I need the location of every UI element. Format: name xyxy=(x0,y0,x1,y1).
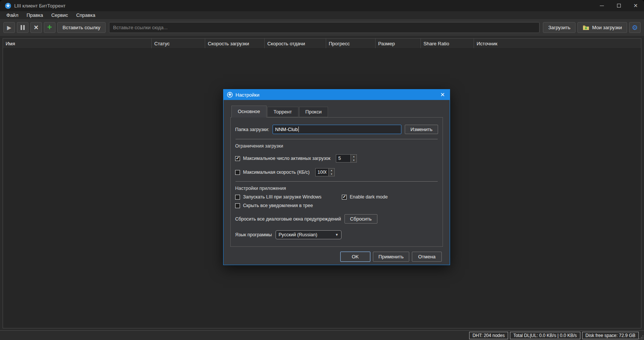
spinner-up-icon[interactable]: ▲ xyxy=(351,155,356,158)
resize-grip[interactable] xyxy=(639,335,644,340)
maximize-icon xyxy=(617,4,621,7)
reset-warnings-button[interactable]: Сбросить xyxy=(344,214,377,224)
hide-tray-notifications-label: Скрыть все уведомления в трее xyxy=(243,203,313,208)
column-header-size[interactable]: Размер xyxy=(376,39,421,48)
menu-edit[interactable]: Правка xyxy=(22,12,47,19)
max-speed-checkbox[interactable] xyxy=(235,170,240,175)
column-header-source[interactable]: Источник xyxy=(474,39,641,48)
max-speed-label: Максимальная скорость (КБ/с) xyxy=(243,170,310,175)
minimize-icon xyxy=(600,6,604,6)
dialog-title: Настройки xyxy=(236,92,435,98)
download-button[interactable]: Загрузить xyxy=(543,22,575,33)
resume-button[interactable]: ▶ xyxy=(3,22,15,33)
app-logo-icon xyxy=(5,3,11,9)
autostart-label: Запускать LIII при загрузке Windows xyxy=(243,194,322,200)
menu-help[interactable]: Справка xyxy=(72,12,99,19)
cancel-button[interactable]: Отмена xyxy=(412,252,442,262)
tab-general[interactable]: Основное xyxy=(231,106,267,118)
settings-dialog: Настройки ✕ Основное Торрент Прокси Папк… xyxy=(223,89,450,265)
dialog-close-button[interactable]: ✕ xyxy=(435,89,450,100)
close-button[interactable]: ✕ xyxy=(627,0,644,11)
max-speed-value[interactable] xyxy=(315,168,329,176)
paste-link-button[interactable]: Вставить ссылку xyxy=(57,22,106,33)
pause-icon xyxy=(21,25,25,30)
ok-button[interactable]: OK xyxy=(340,252,370,262)
menu-bar: Файл Правка Сервис Справка xyxy=(0,11,644,19)
dark-mode-checkbox[interactable] xyxy=(342,195,347,200)
spinner-up-icon[interactable]: ▲ xyxy=(329,169,334,172)
language-dropdown[interactable]: Русский (Russian) ▼ xyxy=(276,230,341,239)
separator xyxy=(236,139,438,139)
dht-status: DHT: 204 nodes xyxy=(469,332,508,339)
downloads-folder-icon xyxy=(583,25,589,30)
plus-icon: + xyxy=(47,23,52,31)
menu-file[interactable]: Файл xyxy=(2,12,22,19)
download-folder-value: NNM-Club xyxy=(275,127,298,132)
general-tab-panel: Папка загрузки: NNM-Club Изменить Ограни… xyxy=(230,117,443,247)
disk-space-status: Disk free space: 72.9 GB xyxy=(582,332,639,339)
cancel-download-button[interactable]: ✕ xyxy=(30,22,42,33)
chevron-down-icon: ▼ xyxy=(335,233,338,237)
toolbar: ▶ ✕ + Вставить ссылку Загрузить Мои загр… xyxy=(0,19,644,36)
dialog-close-icon: ✕ xyxy=(440,91,445,98)
settings-tabs: Основное Торрент Прокси xyxy=(230,106,443,117)
column-header-download-speed[interactable]: Скорость загрузки xyxy=(205,39,265,48)
language-selected-value: Русский (Russian) xyxy=(279,232,317,237)
reset-warnings-label: Сбросить все диалоговые окна предупрежде… xyxy=(235,216,341,222)
dialog-title-bar: Настройки ✕ xyxy=(224,89,450,100)
apply-button[interactable]: Применить xyxy=(373,252,409,262)
dialog-footer: OK Применить Отмена xyxy=(224,252,442,262)
download-limits-section-label: Ограничения загрузки xyxy=(235,143,438,149)
column-header-progress[interactable]: Прогресс xyxy=(326,39,376,48)
column-header-share-ratio[interactable]: Share Ratio xyxy=(421,39,474,48)
maximize-button[interactable] xyxy=(610,0,627,11)
text-caret xyxy=(298,127,299,132)
add-torrent-button[interactable]: + xyxy=(44,22,55,33)
link-input[interactable] xyxy=(109,22,540,33)
max-active-downloads-value[interactable] xyxy=(336,154,351,163)
app-settings-section-label: Настройки приложения xyxy=(235,186,438,191)
download-folder-label: Папка загрузки: xyxy=(235,127,269,132)
column-header-status[interactable]: Статус xyxy=(152,39,205,48)
change-folder-button[interactable]: Изменить xyxy=(405,125,438,134)
max-active-downloads-label: Максимальное число активных загрузок xyxy=(243,156,330,161)
my-downloads-button[interactable]: Мои загрузки xyxy=(577,22,627,33)
play-icon: ▶ xyxy=(7,25,12,30)
settings-button[interactable]: ⚙ xyxy=(629,22,641,33)
dialog-body: Основное Торрент Прокси Папка загрузки: … xyxy=(224,100,450,266)
column-header-name[interactable]: Имя xyxy=(3,39,152,48)
separator xyxy=(236,181,438,182)
title-bar: LIII клиент БитТоррент ✕ xyxy=(0,0,644,11)
menu-service[interactable]: Сервис xyxy=(47,12,72,19)
spinner-down-icon[interactable]: ▼ xyxy=(351,158,356,162)
download-folder-input[interactable]: NNM-Club xyxy=(273,125,402,134)
window-title: LIII клиент БитТоррент xyxy=(14,3,593,9)
column-header-upload-speed[interactable]: Скорость отдачи xyxy=(265,39,326,48)
tab-proxy[interactable]: Прокси xyxy=(299,107,328,117)
tab-torrent[interactable]: Торрент xyxy=(267,107,298,117)
pause-button[interactable] xyxy=(17,22,28,33)
my-downloads-label: Мои загрузки xyxy=(592,25,622,30)
max-active-downloads-spinner: ▲ ▼ xyxy=(336,154,357,163)
gear-icon: ⚙ xyxy=(632,24,638,31)
max-speed-spinner: ▲ ▼ xyxy=(315,168,335,176)
dialog-logo-icon xyxy=(227,92,233,98)
table-header: Имя Статус Скорость загрузки Скорость от… xyxy=(3,39,641,49)
status-bar: DHT: 204 nodes Total DL|UL: 0.0 KB/s | 0… xyxy=(0,330,644,340)
language-label: Язык программы xyxy=(235,232,272,237)
autostart-checkbox[interactable] xyxy=(235,195,240,200)
hide-tray-notifications-checkbox[interactable] xyxy=(235,203,240,208)
dark-mode-label: Enable dark mode xyxy=(350,194,388,200)
spinner-down-icon[interactable]: ▼ xyxy=(329,172,334,176)
close-icon: ✕ xyxy=(634,3,638,8)
total-speed-status: Total DL|UL: 0.0 KB/s | 0.0 KB/s xyxy=(510,332,580,339)
cancel-x-icon: ✕ xyxy=(34,25,39,31)
minimize-button[interactable] xyxy=(593,0,610,11)
max-active-downloads-checkbox[interactable] xyxy=(235,156,240,161)
